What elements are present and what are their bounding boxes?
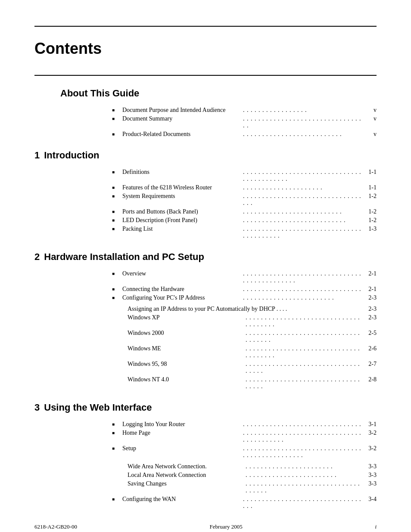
chapter2-subentries: Assigning an IP Address to your PC Autom…: [112, 306, 377, 390]
page-number: 3-3: [364, 480, 377, 487]
dot-leader: . . . . . . . . . . . . . . . . . . . . …: [243, 270, 362, 284]
entry-text: Product-Related Documents: [122, 131, 241, 138]
entry-text: System Requirements: [122, 193, 241, 200]
sub-entry: Wide Area Network Connection. . . . . . …: [112, 463, 377, 470]
entry-text: Logging Into Your Router: [122, 421, 241, 428]
toc-entry: ■ Overview . . . . . . . . . . . . . . .…: [112, 270, 377, 284]
entry-text: Definitions: [122, 169, 241, 176]
toc-entry: ■ Setup . . . . . . . . . . . . . . . . …: [112, 445, 377, 459]
bullet-icon: ■: [112, 271, 120, 276]
chapter1-section: 1Introduction ■ Definitions . . . . . . …: [34, 150, 377, 239]
dot-leader: . . . . . . . . . . . . . . . . . . . . …: [243, 445, 362, 459]
page-number: 2-6: [364, 345, 377, 352]
dot-leader: . . . . . . . . . . . . . . . . . . . . …: [243, 430, 362, 443]
dot-leader: . . . . . . . . . . . . . . . . . . . . …: [243, 294, 362, 301]
toc-entry: ■ System Requirements . . . . . . . . . …: [112, 193, 377, 207]
page-number: v: [364, 131, 377, 138]
page-number: 3-2: [364, 445, 377, 452]
dot-leader: . . . . . . . . . . . . . . . . . . . . …: [246, 463, 362, 470]
page-number: 1-1: [364, 184, 377, 191]
entry-text: Windows XP: [128, 314, 244, 321]
page-number: 1-1: [364, 169, 377, 176]
dot-leader: . . . . . . . . . . . . . . . . . . . . …: [243, 496, 362, 510]
entry-text: Configuring the WAN: [122, 496, 241, 503]
sub-entry: Local Area Network Connection . . . . . …: [112, 472, 377, 479]
page-number: 3-4: [364, 496, 377, 503]
dot-leader: . . . . . . . . . . . . . . . . . . . . …: [246, 472, 362, 479]
sub-entry: Saving Changes . . . . . . . . . . . . .…: [112, 480, 377, 494]
bullet-icon: ■: [112, 446, 120, 451]
toc-entry: ■ LED Description (Front Panel) . . . . …: [112, 217, 377, 224]
toc-entry: ■ Features of the 6218 Wireless Router .…: [112, 184, 377, 191]
dot-leader: . . . . . . . . . . . . . . . . . . . . …: [243, 208, 362, 215]
page-number: 3-1: [364, 421, 377, 428]
bullet-icon: ■: [112, 226, 120, 231]
dot-leader: . . . . . . . . . . . . . . . . . . . . …: [246, 314, 362, 328]
sub-entry: Windows XP . . . . . . . . . . . . . . .…: [112, 314, 377, 328]
toc-entry: ■ Document Purpose and Intended Audience…: [112, 107, 377, 114]
entry-text: Windows ME: [128, 345, 244, 352]
chapter-title: Using the Web Interface: [44, 402, 152, 413]
dot-leader: . . . . . . . . . . . . . . . . . . . . …: [243, 115, 362, 129]
entry-text: Wide Area Network Connection.: [128, 463, 244, 470]
about-entries: ■ Document Purpose and Intended Audience…: [112, 107, 377, 138]
page-number: 1-2: [364, 217, 377, 224]
chapter3-subentries: Wide Area Network Connection. . . . . . …: [112, 463, 377, 494]
dot-leader: . . . . . . . . . . . . . . . . . . . . …: [243, 226, 362, 239]
page-number: 2-3: [364, 314, 377, 321]
entry-text: Overview: [122, 270, 241, 277]
sub-entry: Windows ME . . . . . . . . . . . . . . .…: [112, 345, 377, 359]
chapter3-entries: ■ Logging Into Your Router . . . . . . .…: [112, 421, 377, 459]
entry-text: Setup: [122, 445, 241, 452]
top-rule: [34, 26, 377, 27]
chapter1-entries: ■ Definitions . . . . . . . . . . . . . …: [112, 169, 377, 239]
toc-entry: ■ Configuring Your PC's IP Address . . .…: [112, 294, 377, 301]
page-footer: 6218-A2-GB20-00 February 2005 i: [34, 523, 377, 530]
bullet-icon: ■: [112, 430, 120, 435]
bullet-icon: ■: [112, 497, 120, 501]
chapter-number: 2: [34, 251, 40, 262]
chapter2-heading: 2Hardware Installation and PC Setup: [34, 251, 377, 263]
entry-text: Assigning an IP Address to your PC Autom…: [128, 306, 364, 312]
entry-text: Connecting the Hardware: [122, 286, 241, 293]
sub-entry: Windows 2000 . . . . . . . . . . . . . .…: [112, 330, 377, 343]
page-number: 1-2: [364, 208, 377, 215]
chapter-title: Hardware Installation and PC Setup: [44, 251, 204, 262]
bullet-icon: ■: [112, 108, 120, 112]
dot-leader: . . . . . . . . . . . . . . . . . . . . …: [243, 184, 362, 191]
entry-text: Windows NT 4.0: [128, 376, 244, 383]
bullet-icon: ■: [112, 116, 120, 121]
toc-entry: ■ Configuring the WAN . . . . . . . . . …: [112, 496, 377, 510]
page-number: 2-8: [364, 376, 377, 383]
dot-leader: . . . . . . . . . . . . . . . . .: [243, 107, 362, 114]
toc-entry: ■ Product-Related Documents . . . . . . …: [112, 131, 377, 138]
entry-text: Windows 2000: [128, 330, 244, 337]
bullet-icon: ■: [112, 185, 120, 190]
chapter3-entries2: ■ Configuring the WAN . . . . . . . . . …: [112, 496, 377, 510]
bullet-icon: ■: [112, 218, 120, 223]
page-number: 2-1: [364, 270, 377, 277]
dot-leader: . . . . . . . . . . . . . . . . . . . . …: [243, 169, 362, 182]
bullet-icon: ■: [112, 422, 120, 427]
page-number: 1-3: [364, 226, 377, 232]
entry-text: Document Summary: [122, 115, 241, 122]
page-title: Contents: [34, 40, 377, 58]
dot-leader: . . . . . . . . . . . . . . . . . . . . …: [243, 131, 362, 138]
entry-text: Features of the 6218 Wireless Router: [122, 184, 241, 191]
chapter3-heading: 3Using the Web Interface: [34, 402, 377, 413]
sub-entry: Windows 95, 98 . . . . . . . . . . . . .…: [112, 361, 377, 374]
chapter-number: 3: [34, 402, 40, 413]
chapter1-heading: 1Introduction: [34, 150, 377, 161]
dot-leader: . . . . . . . . . . . . . . . . . . . . …: [243, 193, 362, 207]
dot-leader: . . . . . . . . . . . . . . . . . . . . …: [246, 345, 362, 359]
dot-leader: . . . . . . . . . . . . . . . . . . . . …: [246, 480, 362, 494]
toc-entry: ■ Home Page . . . . . . . . . . . . . . …: [112, 430, 377, 443]
section-divider: [34, 75, 377, 76]
bullet-icon: ■: [112, 170, 120, 174]
about-heading: About This Guide: [60, 88, 377, 99]
chapter2-section: 2Hardware Installation and PC Setup ■ Ov…: [34, 251, 377, 390]
page-number: 1-2: [364, 193, 377, 200]
toc-entry: ■ Logging Into Your Router . . . . . . .…: [112, 421, 377, 428]
entry-text: Configuring Your PC's IP Address: [122, 294, 241, 301]
entry-text: Saving Changes: [128, 480, 244, 487]
